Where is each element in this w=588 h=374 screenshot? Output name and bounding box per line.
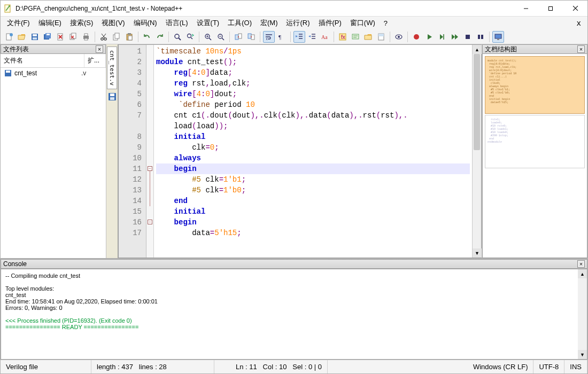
sync2-button[interactable]: [245, 31, 257, 43]
menu-item[interactable]: 视图(V): [97, 17, 129, 29]
ff-button[interactable]: [449, 31, 461, 43]
code-line[interactable]: end: [156, 196, 470, 206]
replace-button[interactable]: [184, 31, 196, 43]
menu-item[interactable]: 编码(N): [129, 17, 161, 29]
menu-item[interactable]: 插件(P): [314, 17, 346, 29]
menu-item[interactable]: ?: [380, 18, 392, 29]
svg-point-33: [175, 34, 179, 38]
code-line[interactable]: reg rst,load,clk;: [156, 78, 470, 89]
status-eol[interactable]: Windows (CR LF): [468, 360, 534, 373]
ff-icon: [451, 33, 459, 41]
closeall-button[interactable]: [67, 31, 79, 43]
doc-map-body[interactable]: module cnt_test(); reg[4:0]data; reg rst…: [482, 54, 587, 258]
menu-item[interactable]: 宏(M): [256, 17, 282, 29]
file-list-item[interactable]: cnt_test.v: [1, 68, 106, 79]
indent-button[interactable]: [293, 31, 305, 43]
code-line[interactable]: initial: [156, 206, 470, 217]
menu-item[interactable]: 运行(R): [282, 17, 314, 29]
close-button[interactable]: [563, 1, 587, 16]
svg-point-35: [188, 34, 191, 37]
fold-column[interactable]: −−: [146, 45, 154, 258]
scroll-down-icon[interactable]: ▼: [473, 248, 482, 258]
code-line[interactable]: module cnt_test();: [156, 57, 470, 67]
code-line[interactable]: begin: [156, 163, 470, 174]
status-encoding[interactable]: UTF-8: [533, 360, 564, 373]
status-insert-mode[interactable]: INS: [564, 360, 587, 373]
save-button[interactable]: [29, 31, 41, 43]
scroll-up-icon[interactable]: ▲: [578, 269, 587, 278]
docmap-button[interactable]: [375, 31, 387, 43]
menu-item[interactable]: 工具(O): [223, 17, 256, 29]
doc-map-close-icon[interactable]: ×: [577, 45, 585, 53]
code-line[interactable]: reg[4:0]data;: [156, 67, 470, 78]
svg-rect-31: [128, 33, 131, 35]
menu-item[interactable]: 编辑(E): [34, 17, 66, 29]
code-line[interactable]: initial: [156, 131, 470, 142]
new-button[interactable]: [3, 31, 15, 43]
menu-item[interactable]: 设置(T): [192, 17, 224, 29]
maximize-button[interactable]: [538, 1, 563, 16]
code-line[interactable]: `timescale 10ns/1ps: [156, 46, 470, 57]
find-button[interactable]: [172, 31, 183, 43]
saveall-button[interactable]: [42, 31, 53, 43]
zoomin-button[interactable]: [202, 31, 214, 43]
minimize-button[interactable]: [514, 1, 538, 16]
code-line[interactable]: cnt c1(.dout(dout),.clk(clk),.data(data)…: [156, 110, 470, 131]
comment-button[interactable]: [350, 31, 361, 43]
sync-button[interactable]: [233, 31, 244, 43]
code-line[interactable]: clk=0;: [156, 142, 470, 153]
scroll-thumb[interactable]: [474, 54, 480, 150]
svg-text:fx: fx: [341, 34, 345, 40]
console-close-icon[interactable]: ×: [577, 260, 585, 268]
close-button[interactable]: [55, 31, 66, 43]
redo-button[interactable]: [154, 31, 166, 43]
wrap-button[interactable]: [263, 31, 275, 43]
scroll-down-icon[interactable]: ▼: [578, 350, 587, 359]
play2-button[interactable]: [436, 31, 448, 43]
copy-button[interactable]: [111, 31, 122, 43]
paste-button[interactable]: [123, 31, 135, 43]
file-list-col-name[interactable]: 文件名: [1, 54, 84, 67]
stop-button[interactable]: [462, 31, 474, 43]
fold-toggle[interactable]: −: [148, 220, 152, 224]
menu-item[interactable]: 搜索(S): [66, 17, 97, 29]
outdent-button[interactable]: [306, 31, 318, 43]
menu-item[interactable]: 窗口(W): [346, 17, 380, 29]
rec-button[interactable]: [411, 31, 422, 43]
folder-button[interactable]: [362, 31, 374, 43]
eye-button[interactable]: [393, 31, 405, 43]
document-tab[interactable]: cnt_test.v: [107, 46, 117, 89]
stop2-button[interactable]: [475, 31, 486, 43]
console-scrollbar[interactable]: ▲ ▼: [578, 269, 587, 359]
console-body[interactable]: -- Compiling module cnt_test Top level m…: [1, 269, 587, 360]
code-line[interactable]: begin: [156, 217, 470, 228]
code-line[interactable]: `define period 10: [156, 99, 470, 110]
file-list-close-icon[interactable]: ×: [96, 45, 103, 53]
save-icon[interactable]: [108, 92, 117, 101]
zoomout-button[interactable]: [215, 31, 227, 43]
undo-button[interactable]: [141, 31, 153, 43]
code-line[interactable]: #5 clk=1'b0;: [156, 185, 470, 196]
code-line[interactable]: always: [156, 153, 470, 163]
monitor-button[interactable]: [492, 31, 504, 43]
file-list-col-ext[interactable]: 扩...: [84, 54, 106, 67]
menu-item[interactable]: 文件(F): [3, 17, 34, 29]
func-button[interactable]: fx: [337, 31, 349, 43]
status-length-lines: length : 437 lines : 28: [91, 360, 214, 373]
editor-scrollbar[interactable]: ▲ ▼: [472, 45, 481, 258]
print-button[interactable]: [80, 31, 92, 43]
code-line[interactable]: #5 clk=1'b1;: [156, 174, 470, 185]
cut-button[interactable]: [98, 31, 110, 43]
play-button[interactable]: [423, 31, 435, 43]
menu-item[interactable]: 语言(L): [161, 17, 192, 29]
ucase-button[interactable]: Aa: [319, 31, 331, 43]
code-area[interactable]: `timescale 10ns/1psmodule cnt_test(); re…: [154, 45, 472, 258]
fold-toggle[interactable]: −: [148, 166, 152, 171]
mdi-close-icon[interactable]: x: [572, 19, 585, 27]
save-icon: [30, 33, 39, 41]
scroll-up-icon[interactable]: ▲: [473, 45, 482, 54]
code-line[interactable]: data=5'h15;: [156, 228, 470, 238]
open-button[interactable]: [16, 31, 28, 43]
code-line[interactable]: wire[4:0]dout;: [156, 89, 470, 99]
show-button[interactable]: ¶: [276, 31, 288, 43]
